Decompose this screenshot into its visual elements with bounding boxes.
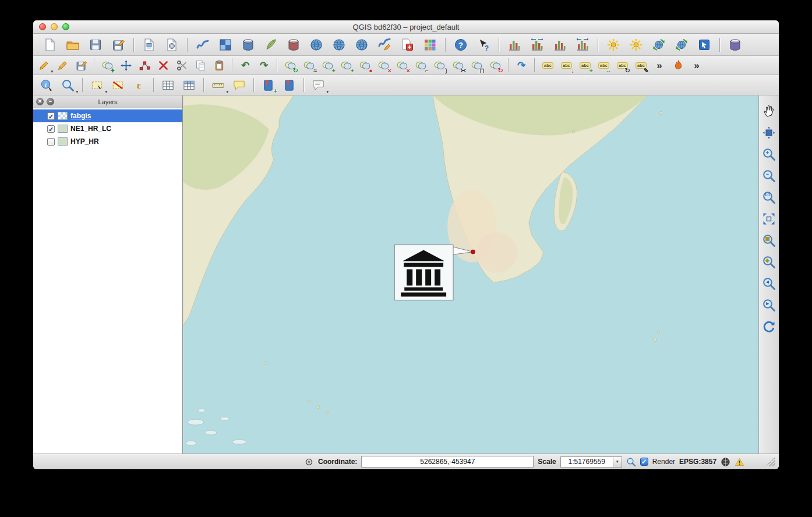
add-vector-layer-button[interactable] — [193, 36, 213, 54]
label-move-button[interactable]: ↔ — [595, 58, 612, 73]
label-add-button[interactable]: + — [577, 58, 593, 73]
map-tips-blue-button[interactable] — [694, 36, 714, 54]
add-mssql-layer-button[interactable] — [284, 36, 303, 54]
new-project-button[interactable] — [40, 36, 60, 54]
toolbar-overflow-2-button[interactable]: » — [689, 58, 705, 73]
rotate-point-symbols-button[interactable]: ↻ — [487, 58, 503, 73]
resize-grip[interactable] — [767, 458, 775, 466]
add-feature-button[interactable]: ✦ — [99, 58, 115, 73]
delete-ring-button[interactable]: × — [375, 58, 391, 73]
layer-checkbox[interactable]: ✓ — [47, 112, 55, 120]
layer-item-fabgis[interactable]: ✓fabgis — [33, 109, 182, 122]
add-wfs-layer-button[interactable] — [352, 36, 372, 54]
select-features-button[interactable]: ▾ — [88, 77, 106, 94]
label-rotate-button[interactable]: ↻ — [614, 58, 630, 73]
layer-item-NE1_HR_LC[interactable]: ✓NE1_HR_LC — [33, 122, 182, 135]
toolbar-overflow-button[interactable]: » — [651, 58, 668, 73]
map-canvas[interactable] — [183, 95, 758, 454]
rotate-feature-button[interactable]: ↻ — [282, 58, 298, 73]
paste-features-button[interactable] — [211, 58, 227, 73]
add-raster-layer-button[interactable] — [216, 36, 235, 54]
crs-status-button[interactable] — [721, 457, 730, 467]
undo-button[interactable]: ↶ — [237, 58, 253, 73]
window-minimize-button[interactable] — [51, 23, 58, 30]
move-feature-button[interactable] — [118, 58, 134, 73]
save-project-as-button[interactable] — [108, 36, 128, 54]
delete-part-button[interactable]: × — [394, 58, 410, 73]
help-contents-button[interactable] — [451, 36, 471, 54]
zoom-actual-button[interactable]: 1:1 — [761, 190, 776, 205]
simplify-feature-button[interactable]: ≈ — [301, 58, 317, 73]
label-properties-button[interactable]: ✎ — [633, 58, 649, 73]
label-pin-button[interactable]: ↓ — [558, 58, 574, 73]
offset-curve-blue-button[interactable]: ↷ — [513, 58, 529, 73]
globe-sync-alt-button[interactable] — [672, 36, 691, 54]
save-project-button[interactable] — [86, 36, 105, 54]
zoom-last-button[interactable]: ◂ — [761, 276, 776, 291]
combo-arrow-icon[interactable]: ▾ — [613, 457, 622, 467]
measure-button[interactable]: ▾ — [209, 77, 227, 94]
cut-features-button[interactable] — [174, 58, 190, 73]
raster-local-stretch-full-button[interactable] — [573, 36, 592, 54]
zoom-out-button[interactable]: − — [761, 168, 776, 183]
new-spatialite-layer-button[interactable] — [397, 36, 417, 54]
map-tips-button[interactable] — [230, 77, 248, 94]
raster-histogram-stretch-button[interactable] — [504, 36, 524, 54]
text-annotation-button[interactable]: ▾ — [309, 77, 327, 94]
new-shapefile-layer-button[interactable] — [375, 36, 394, 54]
layer-checkbox[interactable]: ✓ — [47, 125, 55, 133]
save-edits-button[interactable] — [73, 58, 89, 73]
deselect-features-button[interactable] — [109, 77, 127, 94]
copy-features-button[interactable] — [192, 58, 209, 73]
raster-local-stretch-button[interactable] — [550, 36, 570, 54]
current-edits-button[interactable]: ▾ — [36, 58, 52, 73]
globe-sync-button[interactable] — [649, 36, 669, 54]
osm-tool-button[interactable] — [670, 58, 686, 73]
add-ring-button[interactable]: + — [319, 58, 336, 73]
layer-item-HYP_HR[interactable]: HYP_HR — [33, 135, 182, 148]
whats-this-button[interactable] — [474, 36, 493, 54]
open-project-button[interactable] — [63, 36, 83, 54]
add-spatialite-layer-button[interactable] — [261, 36, 281, 54]
new-print-composer-button[interactable] — [139, 36, 159, 54]
redo-button[interactable]: ↷ — [256, 58, 272, 73]
show-bookmarks-button[interactable] — [280, 77, 298, 94]
messages-warning-icon[interactable] — [735, 457, 744, 467]
zoom-to-selection-button[interactable]: ▣ — [761, 233, 776, 248]
window-zoom-button[interactable] — [62, 23, 69, 30]
zoom-to-layer-button[interactable]: ◈ — [761, 254, 776, 270]
sun-tool-alt-button[interactable] — [626, 36, 646, 54]
refresh-map-button[interactable] — [761, 319, 776, 334]
add-part-button[interactable]: + — [338, 58, 354, 73]
raster-histogram-stretch-full-button[interactable] — [527, 36, 547, 54]
add-wms-layer-button[interactable] — [306, 36, 326, 54]
open-attribute-table-button[interactable] — [159, 77, 177, 94]
zoom-full-button[interactable] — [761, 211, 776, 226]
panel-float-button[interactable]: – — [47, 98, 54, 105]
delete-selected-button[interactable] — [155, 58, 171, 73]
magnifier-paint-icon[interactable] — [626, 457, 636, 467]
zoom-in-button[interactable]: + — [761, 147, 776, 162]
select-tool-button[interactable]: ▾ — [59, 77, 77, 94]
labeling-button[interactable] — [539, 58, 556, 73]
add-wcs-layer-button[interactable] — [329, 36, 349, 54]
attribute-grid-button[interactable] — [180, 77, 198, 94]
fill-ring-button[interactable]: ● — [356, 58, 373, 73]
split-features-button[interactable]: ✂ — [450, 58, 466, 73]
add-postgis-layer-button[interactable] — [238, 36, 258, 54]
select-by-expression-button[interactable] — [130, 77, 148, 94]
panel-close-button[interactable]: ✕ — [36, 98, 44, 105]
node-tool-button[interactable] — [136, 58, 153, 73]
window-close-button[interactable] — [39, 23, 46, 30]
manage-plugins-button[interactable] — [420, 36, 440, 54]
zoom-next-button[interactable]: ▸ — [761, 298, 776, 313]
toggle-editing-button[interactable] — [54, 58, 70, 73]
pan-map-button[interactable] — [761, 104, 776, 119]
layer-checkbox[interactable] — [47, 138, 55, 146]
db-manager-button[interactable] — [725, 36, 745, 54]
coordinate-input[interactable] — [361, 456, 534, 468]
reshape-features-button[interactable]: ⌐ — [412, 58, 429, 73]
scale-combo[interactable]: 1:51769559 ▾ — [560, 456, 622, 468]
mouse-position-icon[interactable] — [304, 457, 314, 467]
annotation-marker[interactable] — [471, 250, 475, 254]
